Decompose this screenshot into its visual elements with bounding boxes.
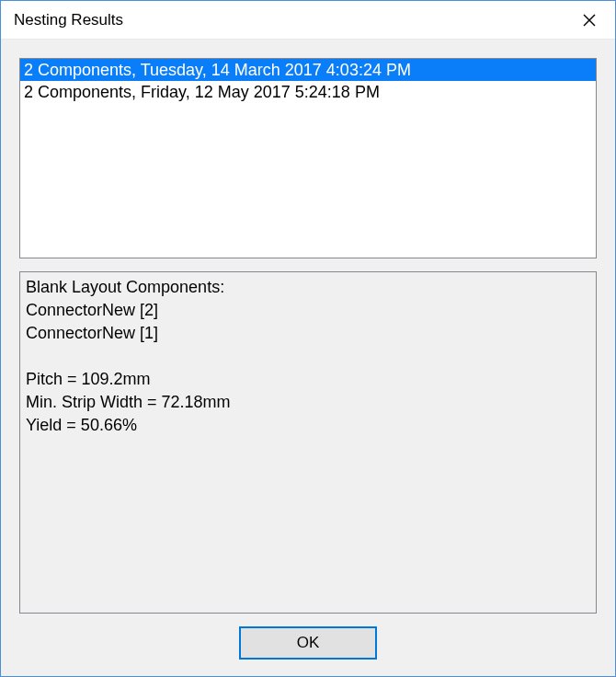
results-list[interactable]: 2 Components, Tuesday, 14 March 2017 4:0… [19, 58, 597, 258]
window-title: Nesting Results [14, 11, 123, 29]
list-item[interactable]: 2 Components, Tuesday, 14 March 2017 4:0… [20, 59, 596, 81]
titlebar: Nesting Results [1, 1, 615, 40]
close-button[interactable] [564, 1, 615, 40]
dialog-content: 2 Components, Tuesday, 14 March 2017 4:0… [1, 40, 615, 676]
button-row: OK [19, 614, 597, 665]
details-panel: Blank Layout Components: ConnectorNew [2… [19, 271, 597, 614]
dialog-window: Nesting Results 2 Components, Tuesday, 1… [0, 0, 616, 677]
close-icon [582, 13, 597, 28]
list-item[interactable]: 2 Components, Friday, 12 May 2017 5:24:1… [20, 81, 596, 103]
ok-button[interactable]: OK [239, 626, 377, 660]
